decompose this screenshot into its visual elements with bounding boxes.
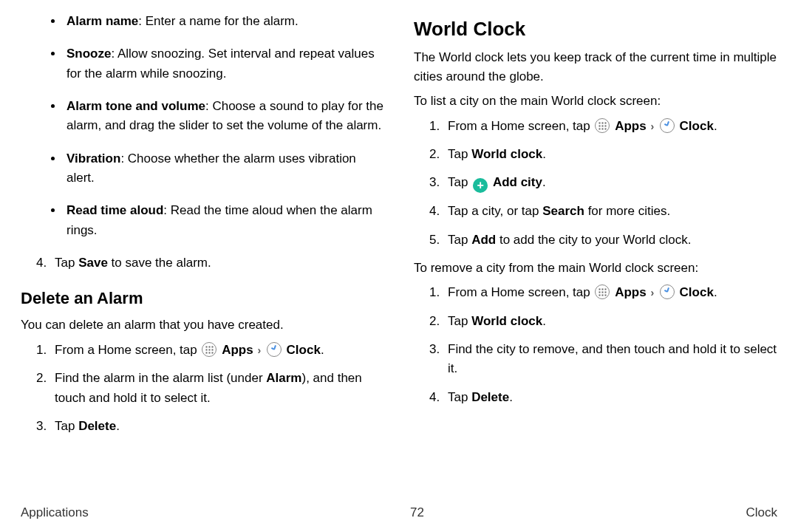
bullet-term: Alarm tone and volume [66, 99, 205, 113]
clock-icon [660, 118, 675, 133]
bullet-desc: : Allow snoozing. Set interval and repea… [66, 47, 375, 80]
delete-step-1: From a Home screen, tap Apps › Clock. [50, 341, 384, 360]
bullet-term: Alarm name [66, 14, 138, 28]
chevron-right-icon: › [650, 119, 654, 135]
world-clock-heading: World Clock [414, 18, 777, 41]
list-step-5: Tap Add to add the city to your World cl… [443, 231, 777, 250]
remove-step-4: Tap Delete. [443, 388, 777, 407]
bullet-vibration: Vibration: Choose whether the alarm uses… [64, 149, 384, 188]
list-step-2: Tap World clock. [443, 145, 777, 164]
world-clock-intro: The World clock lets you keep track of t… [414, 48, 777, 86]
bullet-desc: : Enter a name for the alarm. [138, 14, 298, 28]
left-column: Alarm name: Enter a name for the alarm. … [21, 7, 384, 445]
delete-alarm-heading: Delete an Alarm [21, 289, 384, 308]
bullet-read-aloud: Read time aloud: Read the time aloud whe… [64, 201, 384, 240]
chevron-right-icon: › [257, 343, 261, 359]
delete-step-2: Find the alarm in the alarm list (under … [50, 369, 384, 408]
save-step-list: Tap Save to save the alarm. [21, 253, 384, 273]
bullet-term: Vibration [66, 151, 120, 166]
footer-left: Applications [21, 505, 89, 520]
remove-city-intro: To remove a city from the main World clo… [414, 259, 777, 278]
bullet-tone-volume: Alarm tone and volume: Choose a sound to… [64, 97, 384, 136]
remove-step-3: Find the city to remove, and then touch … [443, 340, 777, 379]
page-footer: Applications 72 Clock [21, 505, 777, 520]
alarm-options-bullets: Alarm name: Enter a name for the alarm. … [21, 12, 384, 240]
apps-icon [595, 118, 610, 133]
footer-right: Clock [746, 505, 777, 520]
list-step-1: From a Home screen, tap Apps › Clock. [443, 117, 777, 136]
delete-step-3: Tap Delete. [50, 417, 384, 436]
apps-icon [202, 342, 216, 357]
remove-city-steps: From a Home screen, tap Apps › Clock. Ta… [414, 283, 777, 407]
list-step-3: Tap Add city. [443, 173, 777, 193]
bullet-snooze: Snooze: Allow snoozing. Set interval and… [64, 44, 384, 83]
clock-icon [267, 342, 282, 357]
chevron-right-icon: › [650, 285, 654, 301]
remove-step-2: Tap World clock. [443, 312, 777, 331]
add-icon [473, 178, 488, 193]
list-city-intro: To list a city on the main World clock s… [414, 92, 777, 111]
footer-page-number: 72 [410, 505, 424, 520]
list-city-steps: From a Home screen, tap Apps › Clock. Ta… [414, 117, 777, 250]
delete-alarm-intro: You can delete an alarm that you have cr… [21, 316, 384, 335]
bullet-alarm-name: Alarm name: Enter a name for the alarm. [64, 12, 384, 31]
bullet-term: Read time aloud [66, 203, 163, 217]
right-column: World Clock The World clock lets you kee… [414, 7, 777, 445]
clock-icon [660, 284, 675, 299]
apps-icon [595, 284, 610, 299]
delete-steps: From a Home screen, tap Apps › Clock. Fi… [21, 341, 384, 436]
bullet-term: Snooze [66, 47, 111, 61]
list-step-4: Tap a city, or tap Search for more citie… [443, 202, 777, 221]
step-save: Tap Save to save the alarm. [50, 253, 384, 273]
remove-step-1: From a Home screen, tap Apps › Clock. [443, 283, 777, 302]
